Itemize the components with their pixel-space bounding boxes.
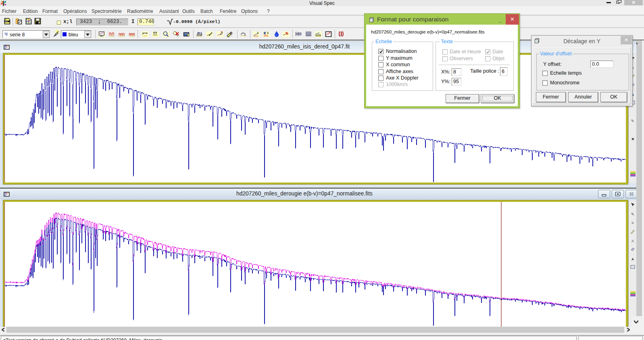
svg-text:1: 1 bbox=[267, 31, 269, 35]
svg-text:1: 1 bbox=[257, 31, 259, 35]
